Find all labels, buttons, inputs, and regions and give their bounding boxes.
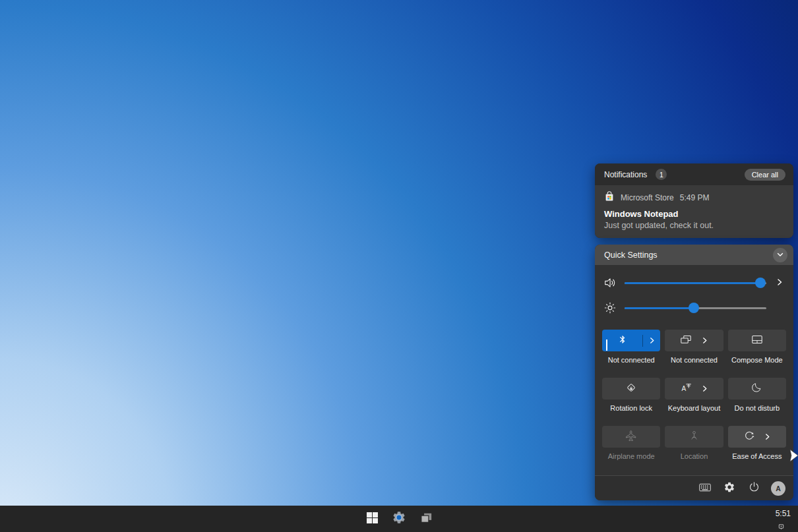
settings-app-button[interactable]	[391, 511, 407, 527]
tile-do-not-disturb: Do not disturb	[728, 378, 786, 412]
volume-expand-button[interactable]	[773, 277, 786, 289]
chevron-right-icon	[776, 277, 783, 289]
volume-slider-row	[602, 270, 786, 295]
user-avatar[interactable]: A	[771, 481, 785, 496]
microsoft-store-icon	[604, 191, 615, 204]
brightness-slider-thumb[interactable]	[689, 303, 699, 313]
quick-settings-panel: Quick Settings	[595, 245, 793, 500]
tile-label: Compose Mode	[731, 356, 783, 364]
bluetooth-icon	[618, 334, 627, 347]
keyboard-layout-icon: A	[680, 382, 692, 396]
start-button[interactable]	[364, 511, 380, 527]
tile-rotation-lock: Rotation lock	[602, 378, 660, 412]
notification-time: 5:49 PM	[680, 193, 710, 202]
tile-label: Do not disturb	[735, 404, 780, 412]
tray-status-icon[interactable]	[778, 521, 785, 532]
notifications-panel: Notifications 1 Clear all Microsoft Stor…	[595, 163, 793, 238]
notifications-header: Notifications 1 Clear all	[595, 163, 793, 185]
tile-compose-mode: Compose Mode	[728, 330, 786, 364]
speaker-icon	[602, 277, 618, 289]
tile-label: Not connected	[671, 356, 718, 364]
task-view-button[interactable]	[418, 511, 434, 527]
keyboard-icon	[699, 483, 711, 494]
chevron-right-icon	[701, 385, 708, 392]
tile-cast: Not connected	[665, 330, 723, 364]
compose-mode-icon	[751, 334, 764, 347]
cast-icon	[679, 334, 692, 347]
taskbar-center-icons	[364, 506, 434, 532]
start-icon	[367, 512, 378, 526]
tile-bluetooth: Not connected	[602, 330, 660, 364]
brightness-slider-row	[602, 295, 786, 320]
chevron-right-icon	[701, 337, 708, 344]
settings-app-icon	[392, 510, 406, 527]
quick-settings-header: Quick Settings	[595, 245, 793, 265]
notification-title: Windows Notepad	[604, 209, 784, 219]
notification-body: Just got updated, check it out.	[604, 221, 784, 230]
tile-label: Airplane mode	[608, 452, 655, 460]
settings-gear-icon	[723, 481, 735, 496]
do-not-disturb-icon	[751, 382, 762, 396]
ease-of-access-tile[interactable]	[728, 426, 786, 448]
power-icon	[749, 481, 760, 495]
ease-of-access-icon	[743, 430, 755, 444]
location-tile[interactable]	[665, 426, 723, 448]
quick-settings-tiles: Not connected Not	[602, 330, 786, 474]
settings-button[interactable]	[722, 481, 737, 496]
tile-location: Location	[665, 426, 723, 460]
quick-settings-footer: A	[595, 475, 793, 500]
collapse-quick-settings-button[interactable]	[773, 248, 787, 262]
touch-keyboard-button[interactable]	[698, 481, 712, 496]
notification-meta: Microsoft Store 5:49 PM	[604, 191, 784, 204]
brightness-icon	[602, 302, 618, 314]
rotation-lock-icon	[625, 382, 637, 396]
brightness-slider[interactable]	[625, 303, 766, 313]
mouse-cursor	[790, 450, 798, 464]
compose-mode-tile[interactable]	[728, 330, 786, 351]
cast-tile[interactable]	[665, 330, 723, 351]
notifications-title: Notifications	[604, 170, 647, 179]
tile-label: Not connected	[608, 356, 655, 364]
tile-label: Keyboard layout	[668, 404, 721, 412]
task-view-icon	[420, 512, 433, 526]
chevron-right-icon	[764, 433, 771, 440]
svg-text:A: A	[682, 385, 687, 392]
bluetooth-expand-button[interactable]	[642, 335, 660, 347]
clear-all-button[interactable]: Clear all	[745, 169, 785, 181]
bluetooth-tile[interactable]	[602, 330, 660, 351]
tile-label: Location	[681, 452, 708, 460]
tile-label: Rotation lock	[610, 404, 652, 412]
do-not-disturb-tile[interactable]	[728, 378, 786, 399]
taskbar-clock-area[interactable]: 5:51	[752, 506, 798, 532]
tile-label: Ease of Access	[732, 452, 782, 460]
chevron-down-icon	[776, 249, 784, 261]
airplane-mode-tile[interactable]	[602, 426, 660, 448]
taskbar-clock[interactable]: 5:51	[776, 509, 791, 518]
taskbar: 5:51	[0, 506, 798, 532]
notification-app-name: Microsoft Store	[621, 193, 674, 202]
rotation-lock-tile[interactable]	[602, 378, 660, 399]
keyboard-layout-tile[interactable]: A	[665, 378, 723, 399]
notification-item[interactable]: Microsoft Store 5:49 PM Windows Notepad …	[595, 185, 793, 238]
power-button[interactable]	[747, 481, 761, 496]
location-icon	[689, 430, 700, 444]
airplane-icon	[625, 430, 637, 444]
tile-airplane-mode: Airplane mode	[602, 426, 660, 460]
action-center: Notifications 1 Clear all Microsoft Stor…	[595, 163, 793, 500]
chevron-right-icon	[648, 335, 656, 347]
focus-indicator	[606, 340, 607, 351]
tile-ease-of-access: Ease of Access	[728, 426, 786, 460]
notifications-count-badge: 1	[656, 169, 667, 180]
volume-slider-thumb[interactable]	[755, 278, 766, 288]
tile-keyboard-layout: A Keyboard layout	[665, 378, 723, 412]
volume-slider[interactable]	[625, 278, 766, 288]
quick-settings-title: Quick Settings	[604, 251, 658, 260]
